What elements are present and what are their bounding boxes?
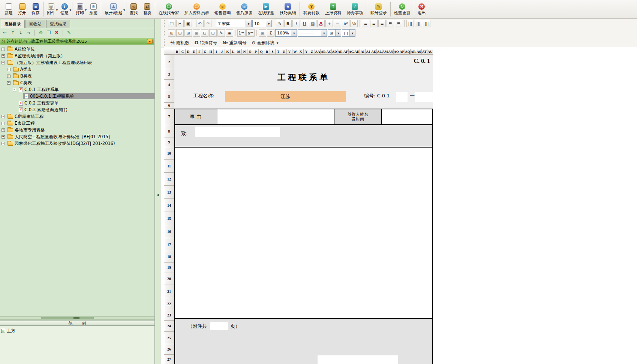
column-header[interactable]: AF — [343, 49, 349, 55]
numbered-list-button[interactable]: 1≡ — [237, 29, 246, 37]
column-header[interactable]: K — [225, 49, 231, 55]
collapse-icon[interactable]: − — [7, 81, 10, 85]
column-header[interactable]: AJ — [366, 49, 371, 55]
column-header[interactable]: AK — [371, 49, 377, 55]
row-header[interactable]: 14 — [164, 199, 174, 212]
row-header[interactable]: 13 — [164, 186, 174, 199]
expand-icon[interactable]: + — [1, 54, 5, 58]
renumber-button[interactable]: №重新编号 — [220, 39, 249, 46]
column-header[interactable]: AC — [326, 49, 332, 55]
toolbar-button-exit[interactable]: ✖退出 — [415, 1, 429, 18]
row-header[interactable]: 4 — [164, 80, 174, 90]
toolbar-button-open-folder[interactable]: 打开 — [15, 1, 29, 18]
column-header[interactable]: AI — [360, 49, 366, 55]
sign-input-cell[interactable] — [382, 109, 432, 124]
toolbar-button-check-update[interactable]: ↻检查更新 — [391, 1, 413, 18]
align-center-button[interactable]: ≡ — [370, 20, 378, 27]
toolbar-button-online-class[interactable]: ▶在线课堂 — [255, 1, 277, 18]
form-number-cell-2[interactable] — [415, 92, 433, 102]
row-header[interactable]: 6 — [164, 103, 174, 109]
tree-item[interactable]: +E市政工程 — [0, 120, 154, 127]
row-header[interactable]: 16 — [164, 225, 174, 238]
column-header[interactable]: I — [214, 49, 219, 55]
highlight-button[interactable]: ✎ — [276, 20, 283, 27]
align-justify-button[interactable]: ≣ — [387, 20, 394, 27]
column-header[interactable]: Y — [304, 49, 309, 55]
row-header[interactable]: 23 — [164, 310, 174, 321]
project-selector-dropdown-icon[interactable]: ▼ — [147, 39, 153, 44]
row-header[interactable]: 21 — [164, 285, 174, 298]
panel-splitter[interactable]: ◀ — [155, 19, 160, 364]
toolbar-button-join-group[interactable]: ☺加入资料员群 — [182, 1, 212, 18]
toolbar-button-after-sales[interactable]: ☏售后服务 — [234, 1, 255, 18]
expand-icon[interactable]: + — [1, 128, 5, 132]
font-decrease-button[interactable]: − — [334, 20, 341, 27]
column-header[interactable]: AE — [337, 49, 343, 55]
column-header[interactable]: S — [270, 49, 276, 55]
column-header[interactable]: J — [219, 49, 225, 55]
column-header[interactable]: AS — [416, 49, 422, 55]
row-header[interactable]: 26 — [164, 344, 174, 355]
column-lines-1-button[interactable]: ||| — [406, 20, 414, 27]
tree-item[interactable]: ✓001-C.0.1 工程联系单 — [0, 93, 154, 100]
column-header[interactable]: AH — [354, 49, 360, 55]
sheet-corner[interactable] — [164, 49, 174, 55]
column-lines-2-button[interactable]: ||| — [415, 20, 422, 27]
underline-button[interactable]: U — [301, 20, 308, 27]
column-header[interactable]: C — [180, 49, 186, 55]
expand-icon[interactable]: + — [7, 68, 10, 71]
fraction-button[interactable]: ⅛ — [350, 20, 358, 27]
tree-horizontal-scrollbar[interactable] — [0, 316, 154, 320]
row-header[interactable]: 2 — [164, 55, 174, 69]
autosum-button[interactable]: Σ — [267, 29, 274, 37]
row-header[interactable]: 9 — [164, 137, 174, 147]
tree-item[interactable]: −✗C.0.1 工程联系单 — [0, 86, 154, 93]
column-header[interactable]: T — [276, 49, 281, 55]
column-header[interactable]: U — [281, 49, 287, 55]
column-header[interactable]: D — [186, 49, 191, 55]
merge-cells-button[interactable]: ⊟ — [209, 29, 217, 37]
tree-item[interactable]: −C类表 — [0, 79, 154, 86]
column-header[interactable]: M — [236, 49, 242, 55]
sidebar-tab[interactable]: 表格目录 — [1, 20, 25, 28]
column-header[interactable]: B — [174, 49, 180, 55]
zoom-combo[interactable]: 100%▼ — [275, 29, 297, 37]
column-header[interactable]: AU — [427, 49, 433, 55]
insert-row-above-button[interactable]: ⊞ — [168, 29, 175, 37]
tree-item[interactable]: +B监理现场用表（第五版） — [0, 52, 154, 59]
column-header[interactable]: AT — [422, 49, 427, 55]
row-header[interactable]: 5 — [164, 90, 174, 103]
row-header[interactable]: 18 — [164, 251, 174, 263]
font-increase-button[interactable]: + — [325, 20, 333, 27]
tree-root-header[interactable]: 江苏省建筑与市政工程施工质量验收系统2015 ▼ — [0, 38, 154, 45]
align-left-button[interactable]: ≡ — [362, 20, 369, 27]
table-grid-button[interactable]: ⊞ — [259, 29, 266, 37]
column-header[interactable]: AA — [315, 49, 321, 55]
row-header[interactable]: 10 — [164, 147, 174, 160]
expand-icon[interactable]: + — [1, 48, 5, 51]
italic-button[interactable]: I — [292, 20, 300, 27]
row-header[interactable]: 22 — [164, 298, 174, 310]
combo-dropdown-icon[interactable]: ▼ — [349, 30, 355, 36]
column-header[interactable]: G — [202, 49, 208, 55]
superscript-button[interactable]: b² — [342, 20, 349, 27]
random-button[interactable]: ½随机数 — [168, 39, 192, 46]
toolbar-button-expand-collapse[interactable]: ±展开/收起▼ — [102, 1, 125, 18]
outline-list-button[interactable]: a≡ — [246, 29, 255, 37]
row-header[interactable]: 11 — [164, 160, 174, 173]
column-header[interactable]: AP — [399, 49, 405, 55]
fill-color-button[interactable]: ▨ — [309, 20, 316, 27]
column-header[interactable]: H — [208, 49, 214, 55]
font-name-combo[interactable]: T宋体▼ — [216, 20, 252, 27]
align-right-button[interactable]: ≡ — [378, 20, 386, 27]
strike-line-button[interactable]: ⊖画删除线▼ — [250, 39, 281, 46]
toolbar-button-payment[interactable]: ¥我要付款 — [301, 1, 322, 18]
expand-icon[interactable]: + — [7, 75, 10, 78]
fill-combo[interactable]: □▼ — [342, 29, 355, 37]
column-header[interactable]: F — [197, 49, 202, 55]
copy-button[interactable]: ❐ — [168, 20, 175, 27]
project-name-cell[interactable]: 江苏 — [225, 91, 346, 102]
sidebar-tab[interactable]: 回收站 — [25, 20, 45, 28]
toolbar-button-account-login[interactable]: ✎账号登录 — [368, 1, 390, 18]
nav-up-icon[interactable]: ↑ — [9, 29, 16, 36]
